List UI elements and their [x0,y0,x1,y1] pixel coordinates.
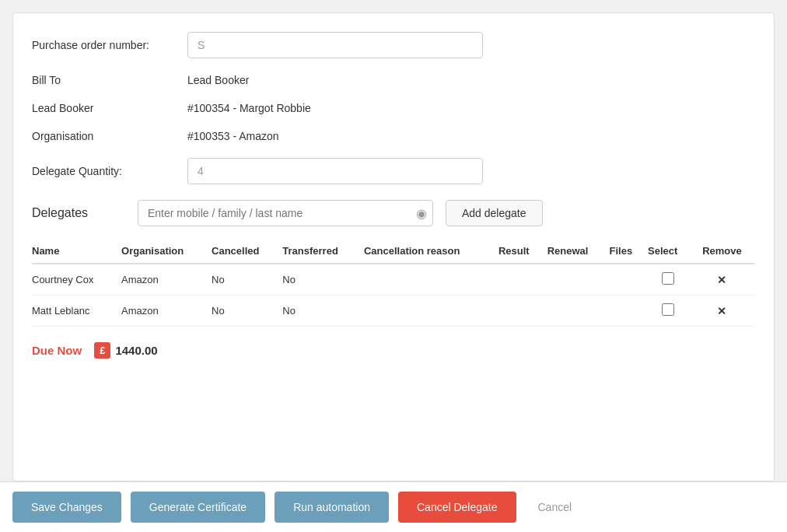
col-select: Select [648,239,695,264]
due-now-label: Due Now [32,344,82,357]
gbp-badge: £ [94,342,110,359]
cell-result [498,296,547,327]
cancel-delegate-button[interactable]: Cancel Delegate [398,492,516,523]
delegates-section: Delegates ◉ Add delegate Name Organisati… [32,200,755,359]
col-transferred: Transferred [282,239,364,264]
col-organisation: Organisation [121,239,212,264]
select-checkbox[interactable] [662,272,674,285]
select-checkbox[interactable] [662,303,674,316]
bill-to-value: Lead Booker [187,74,249,86]
col-remove: Remove [695,239,755,264]
cell-name: Courtney Cox [32,264,121,296]
search-icon-button[interactable]: ◉ [416,206,427,221]
cell-cancellation-reason [364,296,498,327]
cell-result [498,264,547,296]
lead-booker-value: #100354 - Margot Robbie [187,102,311,114]
col-cancellation-reason: Cancellation reason [364,239,498,264]
cell-organisation: Amazon [121,296,212,327]
cell-remove: ✕ [695,264,755,296]
cell-remove: ✕ [695,296,755,327]
remove-button[interactable]: ✕ [717,274,726,286]
col-name: Name [32,239,121,264]
cell-files [610,296,648,327]
generate-certificate-button[interactable]: Generate Certificate [131,492,265,523]
due-now-row: Due Now £ 1440.00 [32,342,755,359]
delegate-search-wrapper: ◉ [138,200,433,226]
cell-select [648,296,695,327]
table-row: Courtney Cox Amazon No No ✕ [32,264,755,296]
organisation-label: Organisation [32,130,187,142]
cell-cancelled: No [212,264,282,296]
cell-cancellation-reason [364,264,498,296]
due-amount: £ 1440.00 [94,342,157,359]
cell-select [648,264,695,296]
lead-booker-label: Lead Booker [32,102,187,114]
cell-renewal [547,296,610,327]
amount-value: 1440.00 [115,344,157,357]
delegate-quantity-input[interactable] [187,158,483,184]
add-delegate-button[interactable]: Add delegate [446,200,543,226]
col-renewal: Renewal [547,239,610,264]
col-result: Result [498,239,547,264]
cell-organisation: Amazon [121,264,212,296]
cell-cancelled: No [212,296,282,327]
cell-name: Matt Leblanc [32,296,121,327]
organisation-value: #100353 - Amazon [187,130,279,142]
cancel-button[interactable]: Cancel [526,492,585,523]
run-automation-button[interactable]: Run automation [275,492,389,523]
table-row: Matt Leblanc Amazon No No ✕ [32,296,755,327]
cell-renewal [547,264,610,296]
purchase-order-input[interactable] [187,32,483,58]
delegate-search-input[interactable] [138,200,433,226]
footer-bar: Save Changes Generate Certificate Run au… [0,481,787,532]
cell-transferred: No [282,264,364,296]
delegates-title: Delegates [32,206,125,220]
cell-transferred: No [282,296,364,327]
save-changes-button[interactable]: Save Changes [12,492,121,523]
remove-button[interactable]: ✕ [717,305,726,317]
col-files: Files [610,239,648,264]
cell-files [610,264,648,296]
delegate-quantity-label: Delegate Quantity: [32,165,187,177]
purchase-order-label: Purchase order number: [32,39,187,51]
delegates-table: Name Organisation Cancelled Transferred … [32,239,755,327]
col-cancelled: Cancelled [212,239,282,264]
bill-to-label: Bill To [32,74,187,86]
